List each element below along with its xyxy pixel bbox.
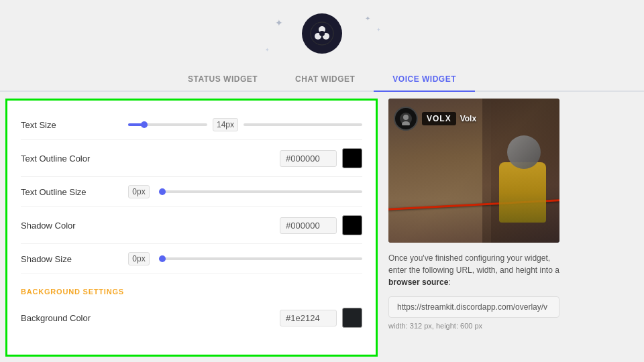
main-content: Text Size 14px Text Outline Color [0, 92, 644, 357]
text-outline-color-control [128, 148, 362, 168]
shadow-color-control [128, 215, 362, 235]
shadow-size-track[interactable] [159, 257, 362, 260]
sparkle-icon: ✦ [275, 17, 283, 28]
shadow-size-row: Shadow Size 0px [21, 244, 362, 274]
shadow-size-thumb[interactable] [159, 255, 166, 262]
background-color-control [128, 308, 362, 328]
shadow-color-hex-input[interactable] [280, 217, 337, 234]
tab-status-widget[interactable]: STATUS WIDGET [169, 68, 276, 90]
avatar-icon [399, 112, 413, 125]
text-size-control: 14px [128, 118, 362, 131]
text-size-value: 14px [213, 118, 238, 131]
shadow-color-swatch[interactable] [342, 215, 362, 235]
user-avatar [394, 107, 418, 131]
background-color-row: Background Color [21, 300, 362, 336]
shadow-size-value: 0px [128, 252, 150, 265]
shadow-size-control: 0px [128, 252, 362, 265]
text-size-label: Text Size [21, 120, 128, 130]
shadow-color-label: Shadow Color [21, 221, 128, 231]
shadow-color-row: Shadow Color [21, 207, 362, 244]
character-silhouette [499, 162, 546, 223]
widget-preview: VOLX Volx [388, 99, 559, 243]
background-color-swatch[interactable] [342, 308, 362, 328]
sparkle-icon: ✦ [365, 15, 370, 22]
background-color-label: Background Color [21, 313, 128, 323]
text-outline-size-row: Text Outline Size 0px [21, 177, 362, 207]
display-name-tag: Volx [460, 114, 476, 123]
sparkle-icon: ✦ [265, 47, 270, 53]
game-scene: VOLX Volx [388, 99, 559, 243]
text-outline-color-group [280, 148, 362, 168]
logo-icon [310, 21, 334, 46]
tab-chat-widget[interactable]: CHAT WIDGET [276, 68, 374, 90]
settings-panel: Text Size 14px Text Outline Color [5, 99, 378, 357]
text-size-thumb[interactable] [141, 121, 148, 128]
text-size-track-right[interactable] [244, 123, 362, 126]
tabs-bar: STATUS WIDGET CHAT WIDGET VOICE WIDGET [0, 68, 644, 92]
text-outline-color-swatch[interactable] [342, 148, 362, 168]
text-outline-color-label: Text Outline Color [21, 154, 128, 164]
text-size-row: Text Size 14px [21, 110, 362, 140]
text-outline-size-control: 0px [128, 185, 362, 198]
text-outline-size-label: Text Outline Size [21, 187, 128, 197]
username-tag: VOLX [422, 112, 456, 125]
text-outline-color-row: Text Outline Color [21, 140, 362, 177]
overlay-url-box[interactable]: https://streamkit.discordapp.com/overlay… [388, 296, 559, 318]
sparkle-icon: ✦ [376, 27, 381, 33]
text-outline-size-track[interactable] [159, 190, 362, 193]
text-outline-size-thumb[interactable] [159, 188, 166, 195]
app-logo [302, 13, 342, 54]
dimension-info: width: 312 px, height: 600 px [388, 322, 633, 330]
text-outline-color-hex-input[interactable] [280, 150, 337, 167]
text-size-slider[interactable]: 14px [128, 118, 362, 131]
shadow-size-label: Shadow Size [21, 254, 128, 264]
svg-point-6 [403, 115, 409, 120]
background-settings-section: BACKGROUND SETTINGS Background Color [21, 274, 362, 336]
svg-point-4 [319, 31, 325, 36]
background-section-title: BACKGROUND SETTINGS [21, 288, 362, 296]
text-size-track[interactable] [128, 123, 207, 126]
text-outline-size-value: 0px [128, 185, 150, 198]
voice-overlay-badge: VOLX Volx [394, 107, 476, 131]
background-color-hex-input[interactable] [280, 310, 337, 326]
head-silhouette [507, 135, 541, 169]
tab-voice-widget[interactable]: VOICE WIDGET [374, 68, 475, 90]
right-panel: VOLX Volx Once you've finished configuri… [378, 92, 644, 357]
background-color-group [280, 308, 362, 328]
info-paragraph: Once you've finished configuring your wi… [388, 252, 559, 288]
header: ✦ ✦ ✦ ✦ [0, 0, 644, 62]
browser-source-link: browser source [388, 278, 448, 287]
username-info: VOLX [422, 112, 456, 125]
shadow-color-group [280, 215, 362, 235]
